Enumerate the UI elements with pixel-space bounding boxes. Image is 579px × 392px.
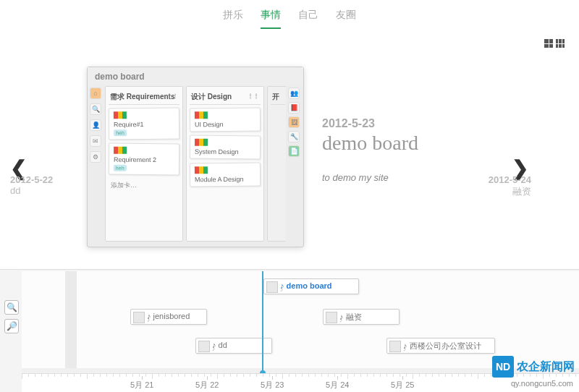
current-time-line[interactable] (262, 271, 263, 373)
prev-title: dd (10, 185, 53, 196)
card[interactable]: UI Design (190, 108, 261, 132)
next-info: 2012-5-24 融资 (489, 174, 531, 198)
board-right-icons: 👥 📕 🖼 🔧 📄 (286, 88, 302, 157)
col-header-0: 需求 Requirements⋮⋮ (109, 90, 179, 105)
watermark: ND 农企新闻网 (492, 356, 575, 378)
board-col-1: 设计 Design⋮⋮ UI Design System Design Modu… (186, 86, 264, 242)
axis-label: 5月 22 (195, 380, 219, 391)
timeline-item[interactable]: ♪ 融资♪ (323, 309, 400, 325)
top-nav: 拼乐 事情 自己 友圈 (0, 0, 579, 38)
card[interactable]: Requirement 2heh (109, 143, 179, 176)
mail-icon[interactable]: ✉ (90, 135, 101, 147)
zoom-in-icon[interactable]: 🔍 (4, 300, 19, 315)
timeline-item[interactable]: ♪ jenisbored♪ (130, 309, 207, 325)
watermark-brand: 农企新闻网 (517, 359, 575, 375)
nav-item-3[interactable]: 友圈 (336, 9, 356, 29)
col-header-1: 设计 Design⋮⋮ (190, 90, 261, 105)
add-card[interactable]: 添加卡… (109, 179, 179, 192)
axis-label: 5月 25 (391, 380, 414, 391)
timeline-item[interactable]: ♪ demo board♪ (263, 278, 359, 294)
timeline-item[interactable]: ♪ dd♪ (195, 338, 272, 354)
view-toggles (544, 39, 565, 48)
nav-item-2[interactable]: 自己 (298, 9, 318, 29)
board-col-2: 开 (267, 86, 286, 242)
detail-panel: 2012-5-23 demo board to demo my site (322, 117, 418, 183)
detail-date: 2012-5-23 (322, 117, 418, 130)
next-title: 融资 (489, 185, 531, 198)
axis-label: 5月 21 (130, 380, 153, 391)
prev-info: 2012-5-22 dd (10, 174, 53, 196)
board-col-0: 需求 Requirements⋮⋮ Require#1heh Requireme… (105, 86, 183, 242)
axis-label: 5月 24 (326, 380, 349, 391)
col-header-2: 开 (271, 90, 285, 105)
book-icon[interactable]: 📕 (288, 102, 300, 114)
detail-title: demo board (322, 132, 418, 155)
board-title: demo board (88, 67, 303, 86)
grid-small-icon[interactable] (556, 39, 565, 48)
card[interactable]: Module A Design (190, 163, 261, 187)
image-icon[interactable]: 🖼 (288, 116, 300, 128)
doc-icon[interactable]: 📄 (288, 145, 300, 157)
zoom-out-icon[interactable]: 🔎 (4, 319, 19, 333)
board-preview[interactable]: demo board ⌂ 🔍 👤 ✉ ⚙ 需求 Requirements⋮⋮ R… (87, 67, 304, 247)
search-icon[interactable]: 🔍 (90, 103, 101, 115)
gear-icon[interactable]: ⚙ (90, 151, 101, 163)
watermark-logo: ND (492, 356, 514, 378)
prev-date: 2012-5-22 (10, 174, 53, 185)
timeline-item[interactable]: ♪ 西楼公司办公室设计♪ (386, 338, 495, 354)
carousel: ❮ 2012-5-22 dd demo board ⌂ 🔍 👤 ✉ ⚙ 需求 R… (0, 59, 579, 276)
next-date: 2012-5-24 (489, 174, 531, 185)
timeline-controls: 🔍 🔎 (4, 300, 19, 333)
tool-icon[interactable]: 🔧 (288, 131, 300, 142)
card[interactable]: System Design (190, 135, 261, 160)
nav-item-0[interactable]: 拼乐 (223, 9, 243, 29)
board-left-icons: ⌂ 🔍 👤 ✉ ⚙ (89, 88, 102, 163)
people-icon[interactable]: 👥 (288, 88, 300, 99)
axis-label: 5月 23 (261, 380, 284, 391)
grid-large-icon[interactable] (544, 39, 553, 48)
home-icon[interactable]: ⌂ (90, 88, 101, 99)
nav-item-1[interactable]: 事情 (261, 9, 281, 29)
detail-description: to demo my site (322, 172, 418, 183)
watermark-url: qy.nongcun5.com (511, 379, 573, 388)
person-icon[interactable]: 👤 (90, 119, 101, 131)
card[interactable]: Require#1heh (109, 108, 179, 140)
